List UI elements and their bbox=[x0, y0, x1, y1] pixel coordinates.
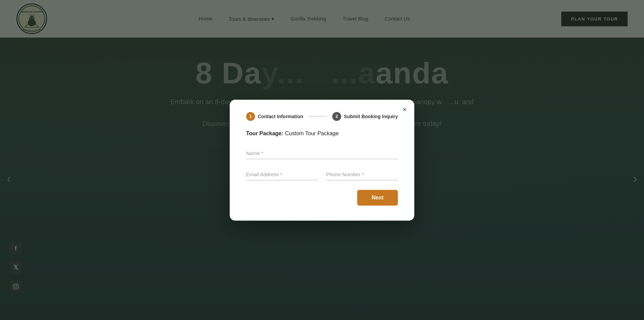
step-1-label: Contact Information bbox=[258, 114, 303, 119]
name-input[interactable] bbox=[246, 148, 398, 159]
modal-overlay: × 1 Contact Information 2 Submit Booking… bbox=[0, 0, 644, 320]
next-button[interactable]: Next bbox=[357, 190, 398, 206]
step-2-circle: 2 bbox=[332, 112, 341, 121]
step-1: 1 Contact Information bbox=[246, 112, 303, 121]
modal-dialog: × 1 Contact Information 2 Submit Booking… bbox=[230, 100, 414, 221]
phone-input[interactable] bbox=[326, 169, 398, 180]
step-1-circle: 1 bbox=[246, 112, 255, 121]
tour-package-value: Custom Tour Package bbox=[285, 130, 339, 136]
phone-field-group bbox=[326, 169, 398, 180]
tour-package-label: Tour Package: bbox=[246, 130, 283, 136]
steps-indicator: 1 Contact Information 2 Submit Booking I… bbox=[246, 112, 398, 121]
form-actions: Next bbox=[246, 190, 398, 206]
email-phone-row bbox=[246, 169, 398, 180]
name-field-group bbox=[246, 148, 398, 159]
email-field-group bbox=[246, 169, 318, 180]
step-2-label: Submit Booking Inquiry bbox=[344, 114, 398, 119]
modal-close-button[interactable]: × bbox=[402, 106, 407, 113]
tour-package-info: Tour Package: Custom Tour Package bbox=[246, 130, 398, 137]
email-input[interactable] bbox=[246, 169, 318, 180]
step-connector-line bbox=[309, 116, 327, 116]
step-2: 2 Submit Booking Inquiry bbox=[332, 112, 398, 121]
